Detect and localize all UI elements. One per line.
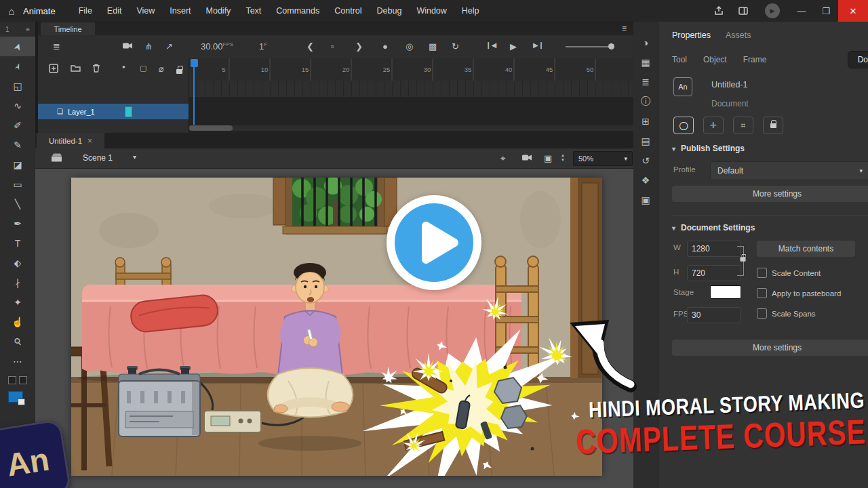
- loop-icon[interactable]: ↻: [452, 41, 459, 52]
- height-field[interactable]: [687, 265, 741, 281]
- new-layer-icon[interactable]: [49, 64, 58, 75]
- line-tool[interactable]: ╲: [0, 194, 35, 214]
- apply-pasteboard-checkbox[interactable]: [757, 288, 767, 298]
- minimize-button[interactable]: —: [789, 0, 814, 22]
- timeline-zoom-slider[interactable]: [566, 46, 613, 47]
- delete-layer-icon[interactable]: [92, 64, 100, 75]
- layer-name[interactable]: Layer_1: [68, 108, 95, 116]
- video-play-button[interactable]: [387, 195, 481, 290]
- publish-more-settings-button[interactable]: More settings: [672, 186, 868, 202]
- camera-icon[interactable]: [123, 41, 133, 52]
- subselection-tool[interactable]: ➢: [0, 56, 35, 76]
- eraser-tool[interactable]: ◪: [0, 155, 35, 174]
- onion-skin-icon[interactable]: ●: [382, 41, 388, 52]
- fps-field[interactable]: [687, 307, 741, 323]
- publish-settings-header[interactable]: ▾ Publish Settings: [672, 144, 868, 153]
- info-icon[interactable]: ⓘ: [641, 96, 650, 108]
- paint-bucket-tool[interactable]: ⬖: [0, 253, 35, 272]
- stepper-up-icon[interactable]: ▲: [561, 153, 565, 158]
- layer-row[interactable]: ❏ Layer_1: [38, 104, 189, 119]
- camera-toggle-icon[interactable]: [522, 153, 532, 163]
- tab-assets[interactable]: Assets: [726, 30, 751, 40]
- layer-parenting-icon[interactable]: ⋔: [145, 41, 153, 52]
- library-icon[interactable]: ▤: [641, 135, 650, 147]
- profile-select[interactable]: Default ▾: [710, 161, 868, 180]
- stepper-down-icon[interactable]: ▼: [561, 158, 565, 163]
- ruler-toggle-icon[interactable]: ⌗: [733, 117, 753, 134]
- hand-tool[interactable]: ☝: [0, 312, 35, 331]
- swatches-icon[interactable]: ▦: [641, 56, 650, 68]
- eyedropper-tool[interactable]: ∤: [0, 272, 35, 292]
- asset-warp-toggle-icon[interactable]: ✛: [703, 117, 724, 134]
- clip-content-icon[interactable]: ▣: [544, 153, 552, 163]
- scale-content-checkbox[interactable]: [757, 268, 767, 278]
- lock-toggle-icon[interactable]: [763, 117, 783, 134]
- edit-scene-chevron-icon[interactable]: ▾: [133, 153, 136, 161]
- menu-text[interactable]: Text: [245, 6, 261, 16]
- lock-layers-icon[interactable]: [176, 66, 182, 76]
- frames-grid[interactable]: [189, 81, 633, 97]
- workspace-icon[interactable]: [731, 0, 755, 22]
- scale-spans-checkbox[interactable]: [757, 308, 767, 319]
- timeline-frames-area[interactable]: 5 10 15 20 25 30 35 40 45 50: [189, 58, 633, 133]
- outline-layers-icon[interactable]: ▢: [140, 64, 146, 73]
- share-icon[interactable]: [707, 0, 731, 22]
- menu-view[interactable]: View: [136, 6, 155, 16]
- tab-properties[interactable]: Properties: [672, 30, 711, 40]
- menu-modify[interactable]: Modify: [206, 6, 231, 16]
- next-keyframe-icon[interactable]: ❯: [355, 41, 363, 52]
- subtab-doc[interactable]: Doc: [848, 51, 868, 68]
- frames-icon[interactable]: ▣: [641, 194, 650, 206]
- history-icon[interactable]: ↺: [642, 155, 650, 167]
- link-dimensions-lock-icon[interactable]: [740, 257, 745, 261]
- selection-tool[interactable]: ➤: [0, 37, 35, 56]
- menu-window[interactable]: Window: [416, 6, 446, 16]
- show-hide-layers-icon[interactable]: ⌀: [159, 64, 164, 74]
- align-icon[interactable]: ≣: [642, 76, 650, 88]
- rectangle-tool[interactable]: ▭: [0, 174, 35, 194]
- restore-button[interactable]: ❐: [814, 0, 838, 22]
- menu-commands[interactable]: Commands: [276, 6, 319, 16]
- stage-color-swatch[interactable]: [710, 285, 741, 299]
- playhead-handle[interactable]: [191, 59, 198, 67]
- transform-icon[interactable]: ⊞: [642, 115, 650, 127]
- width-field[interactable]: [687, 241, 741, 257]
- step-forward-icon[interactable]: ▶❙: [533, 41, 544, 49]
- swap-swatch-icon[interactable]: [19, 376, 27, 384]
- lasso-tool[interactable]: ∿: [0, 96, 35, 115]
- match-contents-button[interactable]: Match contents: [757, 241, 855, 257]
- current-frame-display[interactable]: 1F: [259, 41, 267, 52]
- menu-control[interactable]: Control: [334, 6, 361, 16]
- timeline-scrollbar-thumb[interactable]: [189, 125, 233, 131]
- onion-skin-outline-icon[interactable]: ◎: [406, 41, 413, 52]
- home-icon[interactable]: ⌂: [0, 0, 23, 22]
- center-frame-icon[interactable]: ▫: [331, 41, 334, 52]
- layer-color-chip[interactable]: [125, 106, 132, 117]
- components-icon[interactable]: ❖: [642, 174, 650, 186]
- tab-close-icon[interactable]: ×: [87, 136, 92, 146]
- subtab-object[interactable]: Object: [703, 55, 727, 64]
- stroke-swatch-icon[interactable]: [8, 376, 16, 384]
- more-tools-button[interactable]: ⋯: [0, 351, 35, 371]
- menu-file[interactable]: File: [79, 6, 92, 16]
- document-more-settings-button[interactable]: More settings: [672, 340, 868, 356]
- menu-edit[interactable]: Edit: [107, 6, 122, 16]
- subtab-tool[interactable]: Tool: [672, 55, 687, 64]
- timeline-tab[interactable]: Timeline: [41, 22, 95, 35]
- document-settings-header[interactable]: ▾ Document Settings: [672, 223, 868, 232]
- free-transform-tool[interactable]: ◱: [0, 76, 35, 96]
- zoom-tool[interactable]: ⚲: [0, 331, 35, 351]
- classic-brush-tool[interactable]: ✎: [0, 135, 35, 155]
- color-icon[interactable]: ◑: [643, 37, 648, 49]
- zoom-stepper[interactable]: ▲ ▼: [559, 151, 567, 165]
- document-tab[interactable]: Untitled-1 ×: [37, 133, 104, 148]
- close-button[interactable]: ✕: [838, 0, 868, 22]
- timeline-panel-menu-icon[interactable]: ≡: [622, 24, 627, 33]
- new-folder-icon[interactable]: [71, 64, 81, 74]
- timeline-scrollbar[interactable]: [189, 125, 633, 131]
- prev-keyframe-icon[interactable]: ❮: [307, 41, 314, 52]
- center-stage-icon[interactable]: ⌖: [500, 153, 505, 164]
- scene-name[interactable]: Scene 1: [83, 153, 113, 163]
- fluid-brush-tool[interactable]: ✐: [0, 115, 35, 135]
- step-back-icon[interactable]: ❙◀: [486, 41, 496, 49]
